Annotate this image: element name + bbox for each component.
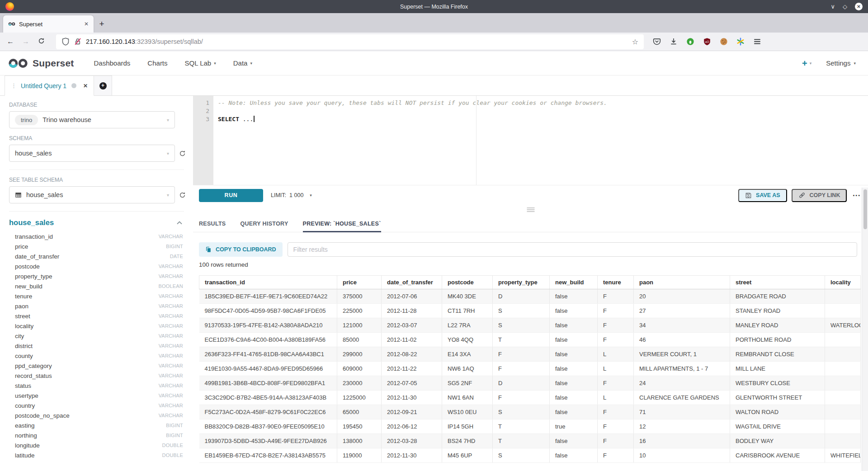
insecure-lock-icon[interactable] [74, 38, 82, 46]
refresh-schemas-button[interactable] [179, 150, 186, 157]
column-name: tenure [15, 293, 32, 300]
new-query-tab-button[interactable]: + [94, 75, 112, 95]
table-cell: MK40 3DE [442, 289, 493, 304]
sqllab-editor-pane: 1 2 3 -- Note: Unless you save your quer… [193, 96, 868, 471]
column-type: DOUBLE [162, 443, 183, 448]
chevron-up-icon[interactable] [177, 221, 182, 225]
scrollbar-thumb[interactable] [863, 189, 867, 229]
column-header-locality[interactable]: locality [825, 276, 861, 289]
table-select[interactable]: house_sales ▾ [9, 186, 175, 203]
column-type: VARCHAR [159, 323, 183, 329]
tab-menu-dots-icon[interactable]: ⋮ [11, 82, 17, 89]
table-cell: REMBRANDT CLOSE [730, 347, 825, 362]
superset-logo[interactable]: Superset [8, 58, 74, 69]
table-cell: 2012-07-05 [382, 376, 442, 391]
new-tab-button[interactable]: + [94, 15, 110, 33]
query-tab-active[interactable]: ⋮ Untitled Query 1 ✕ [5, 75, 94, 96]
tracking-shield-icon[interactable] [61, 38, 70, 46]
table-cell: NW6 1AQ [442, 362, 493, 376]
table-row: EB1459EB-67ED-47C8-B2E7-A38143AB55751190… [199, 448, 861, 463]
nav-item-charts[interactable]: Charts [147, 59, 167, 67]
pocket-icon[interactable] [653, 38, 661, 46]
table-cell: D [493, 289, 550, 304]
column-header-price[interactable]: price [337, 276, 382, 289]
table-cell: 46 [634, 333, 730, 347]
limit-dropdown[interactable]: LIMIT: 1 000 ▾ [271, 192, 312, 198]
query-tab-bar: ⋮ Untitled Query 1 ✕ + [0, 75, 868, 96]
table-cell [825, 347, 861, 362]
superset-infinity-icon [8, 58, 28, 69]
column-header-transaction_id[interactable]: transaction_id [199, 276, 337, 289]
back-button[interactable]: ← [5, 38, 15, 46]
tab-query-history[interactable]: QUERY HISTORY [241, 217, 288, 232]
database-select[interactable]: trino Trino warehouse ▾ [9, 111, 175, 128]
superset-favicon-icon [8, 22, 15, 26]
table-cell: S [493, 318, 550, 333]
table-cell: 299000 [337, 347, 382, 362]
column-header-postcode[interactable]: postcode [442, 276, 493, 289]
cookie-extension-icon[interactable] [720, 38, 728, 46]
table-cell: CLARENCE GATE GARDENS [634, 391, 730, 405]
column-header-street[interactable]: street [730, 276, 825, 289]
downloads-icon[interactable] [670, 38, 678, 46]
more-actions-button[interactable]: ••• [853, 193, 861, 198]
save-as-button[interactable]: SAVE AS [738, 189, 787, 202]
column-name: postcode_no_space [15, 412, 70, 419]
refresh-tables-button[interactable] [179, 192, 186, 198]
privacy-badger-icon[interactable] [686, 38, 694, 46]
column-header-new_build[interactable]: new_build [550, 276, 598, 289]
column-header-property_type[interactable]: property_type [493, 276, 550, 289]
window-maximize-icon[interactable]: ◇ [843, 4, 847, 9]
nav-item-sql-lab[interactable]: SQL Lab▾ [185, 59, 216, 67]
add-new-button[interactable]: +▾ [802, 59, 811, 68]
table-cell: BS24 7HD [442, 434, 493, 448]
table-cell [825, 362, 861, 376]
browser-tab-superset[interactable]: Superset ✕ [3, 15, 94, 33]
column-header-paon[interactable]: paon [634, 276, 730, 289]
nav-item-dashboards[interactable]: Dashboards [94, 59, 130, 67]
table-cell: STANLEY ROAD [730, 304, 825, 318]
column-header-date_of_transfer[interactable]: date_of_transfer [382, 276, 442, 289]
query-tab-close-icon[interactable]: ✕ [83, 83, 88, 89]
table-schema-header[interactable]: house_sales [9, 218, 184, 227]
copy-to-clipboard-button[interactable]: COPY TO CLIPBOARD [199, 242, 283, 257]
multicolor-asterisk-extension-icon[interactable] [736, 38, 745, 46]
tab-close-icon[interactable]: ✕ [84, 21, 89, 27]
reload-button[interactable] [36, 38, 46, 46]
tab-results[interactable]: RESULTS [199, 217, 226, 232]
column-type: VARCHAR [159, 393, 183, 398]
column-name: date_of_transfer [15, 253, 59, 260]
table-cell: F5C273AC-0D2A-458F-8279-9C61F0C22EC6 [199, 405, 337, 419]
line-number: 3 [193, 115, 209, 123]
bookmark-star-icon[interactable]: ☆ [632, 38, 638, 46]
menu-hamburger-icon[interactable] [753, 38, 761, 46]
schema-column-row: statusVARCHAR [15, 381, 183, 391]
run-query-button[interactable]: RUN [199, 189, 263, 202]
table-cell: M45 6UP [442, 448, 493, 463]
pane-resize-handle[interactable] [527, 207, 534, 213]
table-cell: L [598, 391, 634, 405]
copy-link-button[interactable]: COPY LINK [792, 189, 847, 202]
column-type: VARCHAR [159, 333, 183, 339]
filter-results-input[interactable] [288, 242, 857, 257]
schema-column-row: postcodeVARCHAR [15, 261, 183, 271]
column-header-tenure[interactable]: tenure [598, 276, 634, 289]
window-close-icon[interactable]: ✕ [855, 3, 863, 10]
table-cell: false [550, 448, 598, 463]
caret-down-icon: ▾ [250, 61, 252, 66]
browser-toolbar: ← → 217.160.120.143:32393/superset/sqlla… [0, 33, 868, 51]
tab-preview-house-sales-[interactable]: PREVIEW: `HOUSE_SALES` [303, 217, 381, 232]
window-minimize-icon[interactable]: ∨ [830, 4, 835, 9]
schema-select[interactable]: house_sales ▾ [9, 145, 175, 162]
settings-menu[interactable]: Settings▾ [826, 59, 856, 67]
table-cell [825, 304, 861, 318]
nav-item-data[interactable]: Data▾ [233, 59, 252, 67]
ublock-origin-icon[interactable]: uO [703, 38, 711, 46]
editor-code-area[interactable]: -- Note: Unless you save your query, the… [213, 96, 868, 185]
schema-column-row: transaction_idVARCHAR [15, 231, 183, 241]
vertical-scrollbar[interactable] [862, 188, 868, 471]
table-cell: 121000 [337, 318, 382, 333]
table-cell: 3C3C29DC-B7B2-4BE5-914A-A38123AF403B [199, 391, 337, 405]
url-bar[interactable]: 217.160.120.143:32393/superset/sqllab/ ☆ [56, 34, 644, 49]
grid-body: 1B5C39ED-BE7F-41EF-9E71-9C60EED74A223750… [199, 289, 861, 463]
